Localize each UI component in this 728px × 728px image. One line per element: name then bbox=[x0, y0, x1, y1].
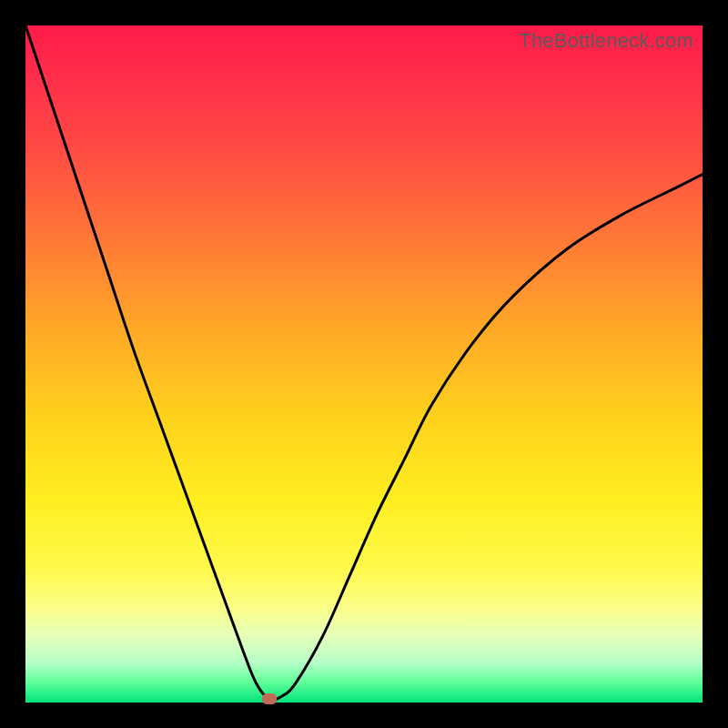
curve-layer bbox=[25, 25, 703, 703]
bottleneck-curve bbox=[25, 25, 703, 700]
plot-area: TheBottleneck.com bbox=[25, 25, 703, 703]
optimal-point-marker bbox=[262, 693, 277, 704]
chart-frame: TheBottleneck.com bbox=[0, 0, 728, 728]
